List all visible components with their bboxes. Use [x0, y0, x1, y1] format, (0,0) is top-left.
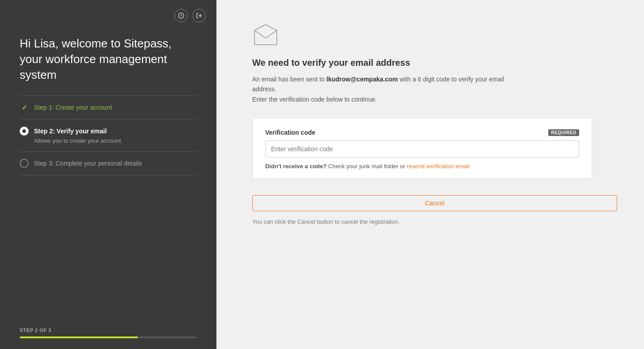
verification-box: Verification code REQUIRED Didn't receiv… [252, 118, 592, 179]
step-header-2: Step 2: Verify your email [20, 127, 197, 136]
welcome-title: Hi Lisa, welcome to Sitepass, your workf… [20, 36, 197, 83]
step-item-2: Step 2: Verify your email Allows you to … [20, 119, 197, 151]
progress-track [20, 336, 197, 338]
resend-middle: Check your junk mail folder or [328, 163, 407, 170]
left-footer: STEP 2 OF 3 [0, 328, 216, 349]
logout-icon[interactable] [192, 9, 206, 22]
progress-fill [20, 336, 138, 338]
verification-code-input[interactable] [265, 140, 579, 157]
step-circle-3 [20, 159, 29, 168]
steps-list: ✓ Step 1: Create your account Step 2: Ve… [20, 95, 197, 175]
code-label: Verification code [265, 129, 315, 136]
left-content: Hi Lisa, welcome to Sitepass, your workf… [0, 27, 216, 328]
cancel-button[interactable]: Cancel [252, 195, 617, 211]
resend-link[interactable]: resend verification email [407, 163, 470, 170]
envelope-icon [252, 22, 279, 47]
step-header-3: Step 3: Complete your personal details [20, 159, 197, 168]
required-badge: REQUIRED [548, 129, 579, 136]
svg-text:?: ? [180, 14, 182, 18]
help-icon[interactable]: ? [174, 9, 188, 22]
cancel-note: You can click the Cancel button to cance… [252, 218, 617, 225]
step-item-1: ✓ Step 1: Create your account [20, 95, 197, 119]
step-circle-2 [20, 127, 29, 136]
code-label-row: Verification code REQUIRED [265, 129, 579, 136]
step-label-3: Step 3: Complete your personal details [34, 160, 142, 167]
resend-row: Didn't receive a code? Check your junk m… [265, 163, 579, 170]
step-label-1: Step 1: Create your account [34, 104, 112, 111]
verify-title: We need to verify your email address [252, 58, 617, 68]
step-header-1: ✓ Step 1: Create your account [20, 103, 197, 112]
step-sublabel-2: Allows you to create your account. [34, 137, 197, 144]
step-counter: STEP 2 OF 3 [20, 328, 197, 333]
verify-desc-line2: Enter the verification code below to con… [252, 96, 377, 103]
right-panel: We need to verify your email address An … [216, 0, 644, 349]
step-circle-1: ✓ [20, 103, 29, 112]
step-label-2: Step 2: Verify your email [34, 128, 107, 135]
check-icon-1: ✓ [21, 103, 27, 112]
verify-desc: An email has been sent to lkudrow@cempak… [252, 74, 530, 104]
verify-email: lkudrow@cempaka.com [326, 76, 398, 83]
email-icon-wrap [252, 22, 617, 49]
left-panel: ? Hi Lisa, welcome to Sitepass, your wor… [0, 0, 216, 349]
step-item-3: Step 3: Complete your personal details [20, 151, 197, 175]
verify-desc-prefix: An email has been sent to [252, 76, 326, 83]
resend-prefix: Didn't receive a code? [265, 163, 326, 170]
top-icons: ? [0, 0, 216, 27]
